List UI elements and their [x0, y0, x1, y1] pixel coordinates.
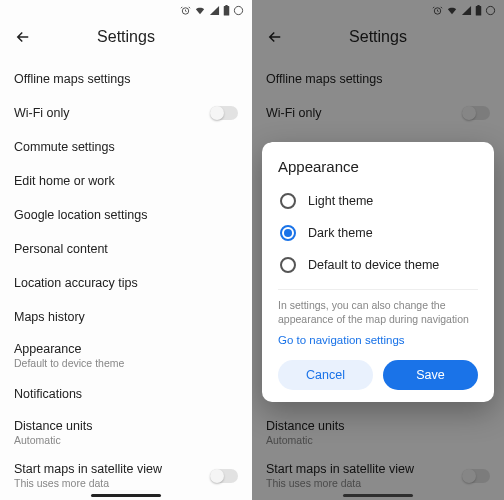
row-label: Distance units: [14, 419, 238, 433]
toggle-switch[interactable]: [210, 469, 238, 483]
row-label: Appearance: [14, 342, 238, 356]
settings-row[interactable]: Personal content: [0, 232, 252, 266]
navigation-settings-link[interactable]: Go to navigation settings: [278, 334, 478, 346]
signal-icon: [209, 5, 220, 16]
settings-row[interactable]: Location accuracy tips: [0, 266, 252, 300]
row-label: Edit home or work: [14, 174, 238, 188]
row-label: Start maps in satellite view: [14, 462, 210, 476]
settings-row[interactable]: Google location settings: [0, 198, 252, 232]
row-label: Maps history: [14, 310, 238, 324]
theme-option[interactable]: Light theme: [278, 185, 478, 217]
home-indicator[interactable]: [91, 494, 161, 497]
row-label: Google location settings: [14, 208, 238, 222]
row-label: Location accuracy tips: [14, 276, 238, 290]
battery-icon: [223, 5, 230, 16]
row-label: Offline maps settings: [14, 72, 238, 86]
wifi-icon: [194, 5, 206, 16]
settings-row[interactable]: AppearanceDefault to device theme: [0, 334, 252, 377]
settings-row[interactable]: Edit home or work: [0, 164, 252, 198]
row-label: Notifications: [14, 387, 238, 401]
divider: [278, 289, 478, 290]
radio-icon: [280, 193, 296, 209]
svg-rect-2: [225, 5, 227, 6]
settings-row[interactable]: Maps history: [0, 300, 252, 334]
radio-icon: [280, 257, 296, 273]
settings-list: Offline maps settingsWi-Fi onlyCommute s…: [0, 56, 252, 497]
circle-icon: [233, 5, 244, 16]
settings-row[interactable]: Distance unitsAutomatic: [0, 411, 252, 454]
settings-row[interactable]: Commute settings: [0, 130, 252, 164]
row-label: Commute settings: [14, 140, 238, 154]
dialog-button-row: Cancel Save: [278, 360, 478, 390]
screen-settings-right: Settings Offline maps settingsWi-Fi only…: [252, 0, 504, 500]
row-label: Personal content: [14, 242, 238, 256]
appearance-dialog: Appearance Light themeDark themeDefault …: [262, 142, 494, 402]
dialog-title: Appearance: [278, 158, 478, 175]
row-sublabel: Automatic: [14, 434, 238, 446]
toggle-switch[interactable]: [210, 106, 238, 120]
row-sublabel: Default to device theme: [14, 357, 238, 369]
settings-row[interactable]: Offline maps settings: [0, 62, 252, 96]
alarm-icon: [180, 5, 191, 16]
radio-icon: [280, 225, 296, 241]
svg-point-3: [234, 6, 242, 14]
option-label: Dark theme: [308, 226, 373, 240]
status-bar: [0, 0, 252, 18]
settings-row[interactable]: Notifications: [0, 377, 252, 411]
settings-row[interactable]: Wi-Fi only: [0, 96, 252, 130]
cancel-button[interactable]: Cancel: [278, 360, 373, 390]
theme-option[interactable]: Default to device theme: [278, 249, 478, 281]
row-sublabel: This uses more data: [14, 477, 210, 489]
option-label: Light theme: [308, 194, 373, 208]
page-title: Settings: [12, 28, 240, 46]
theme-option[interactable]: Dark theme: [278, 217, 478, 249]
option-label: Default to device theme: [308, 258, 439, 272]
row-label: Wi-Fi only: [14, 106, 210, 120]
header: Settings: [0, 18, 252, 56]
dialog-note: In settings, you can also change the app…: [278, 298, 478, 326]
save-button[interactable]: Save: [383, 360, 478, 390]
screen-settings-left: Settings Offline maps settingsWi-Fi only…: [0, 0, 252, 500]
settings-row[interactable]: Start maps in satellite viewThis uses mo…: [0, 454, 252, 497]
svg-rect-1: [224, 6, 230, 15]
